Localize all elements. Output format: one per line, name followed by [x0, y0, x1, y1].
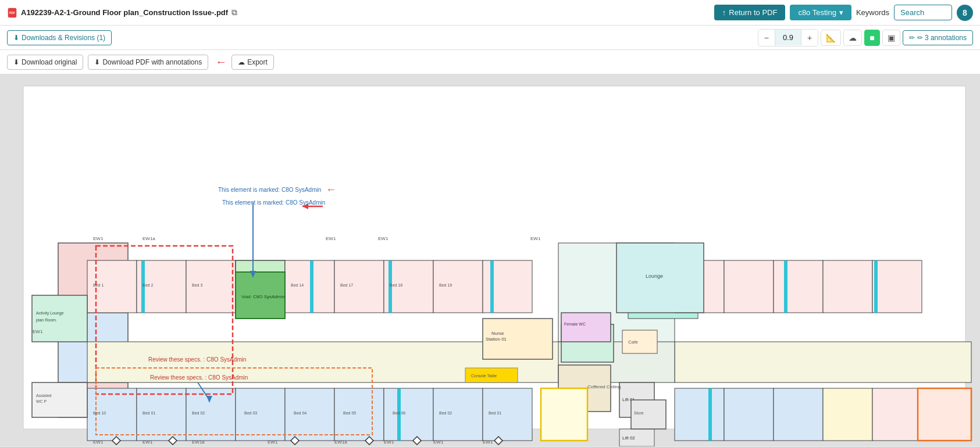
- svg-rect-103: [541, 388, 587, 441]
- svg-text:EW1: EW1: [326, 236, 336, 241]
- svg-rect-38: [872, 388, 922, 441]
- svg-text:Bed 01: Bed 01: [142, 411, 155, 415]
- svg-rect-104: [918, 388, 971, 441]
- download-icon-2: ⬇: [13, 58, 19, 66]
- svg-rect-34: [675, 388, 724, 441]
- floor-plan-svg: Void: C8O SysAdmin: [0, 74, 980, 446]
- return-to-pdf-button[interactable]: ↑ Return to PDF: [714, 5, 786, 20]
- download-original-button[interactable]: ⬇ Download original: [7, 55, 83, 70]
- svg-text:Bed 06: Bed 06: [393, 411, 405, 415]
- svg-text:Bed 19: Bed 19: [439, 283, 452, 287]
- svg-text:Bed 02: Bed 02: [192, 411, 205, 415]
- search-input[interactable]: [894, 5, 952, 20]
- svg-text:Bed 14: Bed 14: [291, 283, 304, 287]
- svg-text:Bed 02: Bed 02: [439, 411, 452, 415]
- svg-rect-37: [823, 388, 872, 441]
- svg-text:Console Table: Console Table: [471, 374, 497, 378]
- svg-rect-126: [622, 330, 657, 353]
- svg-text:Bed 2: Bed 2: [142, 283, 153, 287]
- svg-rect-15: [483, 260, 532, 313]
- svg-text:PDF: PDF: [9, 11, 15, 15]
- svg-rect-23: [334, 388, 384, 441]
- downloads-revisions-button[interactable]: ⬇ Downloads & Revisions (1): [7, 30, 112, 45]
- header-right: ↑ Return to PDF c8o Testing ▾ Keywords 8: [714, 5, 973, 21]
- svg-text:Void: C8O SysAdmin: Void: C8O SysAdmin: [241, 294, 285, 299]
- user-avatar[interactable]: 8: [957, 5, 973, 21]
- svg-text:EW1: EW1: [33, 329, 43, 334]
- testing-button[interactable]: c8o Testing ▾: [790, 5, 851, 20]
- svg-text:EW1: EW1: [483, 439, 493, 445]
- pdf-icon: PDF: [7, 8, 17, 18]
- svg-rect-33: [872, 260, 922, 313]
- svg-text:Assisted: Assisted: [36, 394, 52, 398]
- svg-text:Bed 3: Bed 3: [192, 283, 202, 287]
- header: PDF A192239-A2-1-Ground Floor plan_Const…: [0, 0, 980, 26]
- svg-text:Bed 03: Bed 03: [244, 411, 257, 415]
- svg-rect-30: [724, 260, 774, 313]
- svg-text:EW1: EW1: [142, 439, 153, 445]
- cloud-upload-icon: ☁: [238, 58, 245, 66]
- svg-text:Cafe: Cafe: [628, 339, 638, 345]
- svg-text:plan Room.: plan Room.: [36, 318, 57, 323]
- file-title: A192239-A2-1-Ground Floor plan_Construct…: [21, 8, 228, 17]
- svg-text:Nurse: Nurse: [491, 331, 504, 336]
- toolbar-right: − 0.9 + 📐 ☁ ■ ▣ ✏ ✏ 3 annotations: [758, 29, 973, 47]
- frame-tool-button[interactable]: ▣: [882, 30, 900, 46]
- zoom-value: 0.9: [775, 30, 801, 45]
- header-left: PDF A192239-A2-1-Ground Floor plan_Const…: [7, 8, 710, 18]
- svg-text:EW1: EW1: [93, 439, 104, 445]
- export-button[interactable]: ☁ Export: [231, 55, 274, 70]
- main-content: Void: C8O SysAdmin: [0, 74, 980, 447]
- svg-rect-36: [774, 388, 823, 441]
- svg-text:EW1: EW1: [268, 439, 278, 445]
- svg-text:Lift 02: Lift 02: [622, 435, 635, 441]
- svg-text:Coffered Ceiling: Coffered Ceiling: [587, 384, 621, 389]
- svg-text:Bed 1: Bed 1: [93, 283, 104, 287]
- svg-text:EW1: EW1: [378, 236, 389, 241]
- svg-text:EW1: EW1: [530, 236, 541, 241]
- svg-rect-21: [236, 388, 285, 441]
- svg-rect-31: [774, 260, 823, 313]
- zoom-out-button[interactable]: −: [758, 30, 775, 46]
- svg-rect-97: [561, 313, 611, 342]
- svg-rect-41: [675, 342, 971, 382]
- svg-rect-22: [285, 388, 334, 441]
- svg-text:Bed 18: Bed 18: [390, 283, 402, 287]
- color-square-button[interactable]: ■: [864, 30, 879, 46]
- dropdown-icon: ▾: [839, 8, 843, 17]
- external-link-icon[interactable]: ⧉: [231, 8, 237, 17]
- svg-text:Lounge: Lounge: [646, 273, 663, 279]
- svg-text:Bed 05: Bed 05: [343, 411, 356, 415]
- svg-text:Female WC: Female WC: [564, 322, 586, 326]
- ruler-tool-button[interactable]: 📐: [821, 30, 841, 46]
- download-pdf-annotations-button[interactable]: ⬇ Download PDF with annotations: [88, 55, 208, 70]
- svg-text:Station 01: Station 01: [486, 337, 507, 342]
- svg-rect-62: [708, 388, 712, 441]
- svg-text:This element is marked: C8O Sy: This element is marked: C8O SysAdmin: [222, 199, 325, 206]
- svg-text:EW1a: EW1a: [334, 439, 347, 445]
- svg-text:Activity Lounge: Activity Lounge: [36, 311, 64, 316]
- svg-text:Bed 10: Bed 10: [93, 411, 106, 415]
- svg-text:EW1a: EW1a: [192, 439, 205, 445]
- annotations-button[interactable]: ✏ ✏ 3 annotations: [903, 30, 973, 45]
- svg-rect-60: [874, 260, 878, 313]
- cloud-tool-button[interactable]: ☁: [843, 30, 862, 46]
- svg-text:Bed 17: Bed 17: [340, 283, 353, 287]
- svg-rect-32: [823, 260, 872, 313]
- red-arrow-download: ←: [215, 55, 227, 69]
- zoom-controls: − 0.9 +: [758, 29, 818, 47]
- svg-text:Bed 01: Bed 01: [489, 411, 501, 415]
- pencil-icon: ✏: [909, 34, 915, 42]
- download-icon: ⬇: [13, 34, 19, 42]
- svg-text:Bed 04: Bed 04: [294, 411, 307, 415]
- main-toolbar: ⬇ Downloads & Revisions (1) − 0.9 + 📐 ☁ …: [0, 26, 980, 50]
- download-bar: ⬇ Download original ⬇ Download PDF with …: [0, 50, 980, 74]
- svg-text:Store: Store: [634, 411, 644, 415]
- download-icon-3: ⬇: [94, 58, 100, 66]
- zoom-in-button[interactable]: +: [801, 30, 818, 46]
- upload-icon: ↑: [722, 8, 726, 17]
- svg-rect-59: [784, 260, 787, 313]
- svg-rect-35: [724, 388, 774, 441]
- toolbar-left: ⬇ Downloads & Revisions (1): [7, 30, 112, 45]
- svg-rect-57: [490, 260, 494, 313]
